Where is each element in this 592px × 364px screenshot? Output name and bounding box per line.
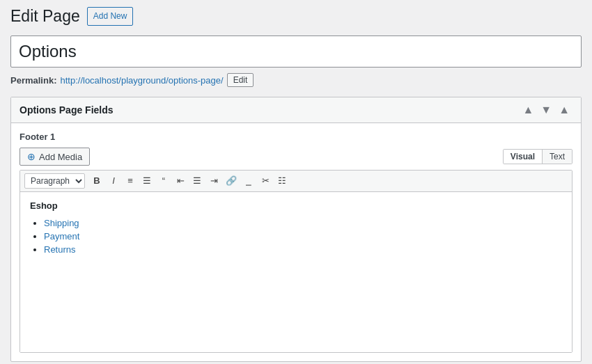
add-media-button[interactable]: ⊕ Add Media [20, 148, 90, 166]
metabox-title: Options Page Fields [20, 104, 114, 116]
page-title-input[interactable] [11, 36, 581, 67]
editor-container: Paragraph B I ≡ ☰ “ ⇤ ☰ ⇥ 🔗 ⎯ ✂ ☷ [20, 170, 572, 353]
editor-content-heading: Eshop [30, 200, 562, 211]
align-center-button[interactable]: ☰ [189, 173, 205, 189]
add-new-button[interactable]: Add New [87, 7, 134, 26]
page-wrapper: Edit Page Add New Permalink: http://loca… [0, 0, 592, 364]
link-button[interactable]: 🔗 [223, 173, 240, 189]
metabox-body: Footer 1 ⊕ Add Media Visual Text Paragra… [11, 123, 581, 361]
toolbar-toggle-button[interactable]: ☷ [274, 173, 290, 189]
metabox-down-button[interactable]: ▼ [538, 103, 554, 117]
page-header: Edit Page Add New [10, 7, 582, 26]
metabox-controls: ▲ ▼ ▲ [520, 103, 572, 117]
field-label: Footer 1 [20, 132, 572, 142]
add-media-label: Add Media [39, 152, 82, 162]
align-right-button[interactable]: ⇥ [206, 173, 221, 189]
permalink-link[interactable]: http://localhost/playground/options-page… [60, 75, 223, 86]
list-item-link-shipping[interactable]: Shipping [44, 218, 79, 228]
unordered-list-button[interactable]: ≡ [123, 173, 138, 189]
editor-content[interactable]: Eshop Shipping Payment Returns [20, 192, 572, 352]
format-select[interactable]: Paragraph [24, 173, 85, 189]
editor-list: Shipping Payment Returns [44, 218, 562, 255]
horizontal-rule-button[interactable]: ⎯ [241, 173, 256, 189]
align-left-button[interactable]: ⇤ [173, 173, 188, 189]
more-button[interactable]: ✂ [258, 173, 273, 189]
metabox-header: Options Page Fields ▲ ▼ ▲ [11, 97, 581, 123]
list-item: Shipping [44, 218, 562, 228]
title-input-area [10, 35, 582, 68]
text-tab[interactable]: Text [543, 150, 572, 164]
blockquote-button[interactable]: “ [156, 173, 171, 189]
edit-slug-button[interactable]: Edit [227, 73, 254, 87]
italic-button[interactable]: I [106, 173, 121, 189]
list-item-link-payment[interactable]: Payment [44, 231, 79, 242]
list-item: Payment [44, 231, 562, 242]
add-media-icon: ⊕ [27, 151, 36, 162]
list-item-link-returns[interactable]: Returns [44, 244, 76, 255]
view-toggle: Visual Text [503, 149, 572, 164]
metabox-up-button[interactable]: ▲ [520, 103, 536, 117]
editor-format-bar: Paragraph B I ≡ ☰ “ ⇤ ☰ ⇥ 🔗 ⎯ ✂ ☷ [20, 171, 572, 192]
visual-tab[interactable]: Visual [504, 150, 543, 164]
page-title: Edit Page [10, 7, 80, 26]
editor-toolbar-top: ⊕ Add Media Visual Text [20, 148, 572, 166]
metabox-collapse-button[interactable]: ▲ [556, 103, 572, 117]
ordered-list-button[interactable]: ☰ [139, 173, 155, 189]
permalink-row: Permalink: http://localhost/playground/o… [10, 73, 582, 87]
permalink-label: Permalink: [10, 75, 56, 86]
metabox: Options Page Fields ▲ ▼ ▲ Footer 1 ⊕ Add… [10, 97, 582, 362]
list-item: Returns [44, 244, 562, 255]
bold-button[interactable]: B [89, 173, 104, 189]
